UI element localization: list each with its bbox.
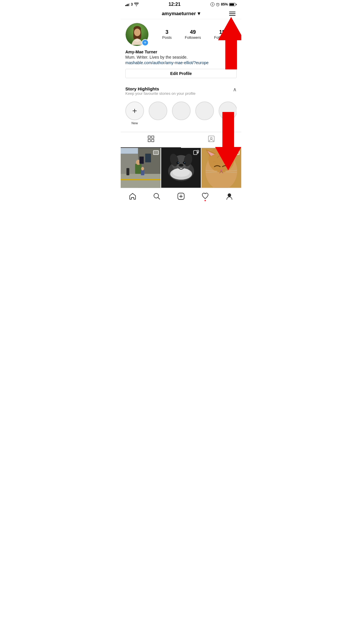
home-icon	[129, 192, 136, 200]
add-icon	[177, 192, 185, 200]
followers-stat[interactable]: 49 Followers	[185, 29, 201, 40]
svg-point-41	[179, 164, 183, 167]
grid-item-2[interactable]	[161, 148, 201, 188]
highlight-circle-3	[195, 102, 214, 120]
highlight-circle-4	[219, 102, 237, 120]
bottom-nav	[121, 188, 241, 205]
profile-icon	[226, 192, 233, 200]
highlight-slot-2	[172, 102, 191, 125]
wifi-icon	[134, 3, 139, 6]
username-area[interactable]: amymaeturner ▾	[162, 10, 200, 17]
svg-rect-18	[121, 174, 161, 188]
highlights-title: Story Highlights	[125, 86, 196, 91]
dropdown-icon: ▾	[198, 10, 200, 17]
profile-section: + 3 Posts 49 Followers 18 Following	[121, 19, 241, 86]
following-stat[interactable]: 18 Following	[214, 29, 230, 40]
followers-count: 49	[190, 29, 196, 35]
photo-grid	[121, 148, 241, 188]
tab-grid[interactable]	[121, 132, 181, 148]
menu-button[interactable]	[228, 10, 237, 17]
highlight-circle-1	[149, 102, 167, 120]
highlight-slot-4	[219, 102, 237, 125]
grid-item-3[interactable]	[201, 148, 241, 188]
svg-rect-19	[121, 179, 161, 180]
highlights-title-wrap: Story Highlights Keep your favourite sto…	[125, 86, 196, 100]
posts-label: Posts	[162, 35, 172, 40]
svg-rect-9	[152, 136, 154, 138]
nav-add-button[interactable]	[175, 191, 187, 201]
svg-point-23	[141, 167, 144, 170]
status-right: 85%	[210, 2, 237, 6]
stats-row: 3 Posts 49 Followers 18 Following	[156, 29, 237, 40]
svg-rect-59	[234, 150, 239, 155]
grid-icon	[148, 136, 154, 144]
posts-count: 3	[166, 29, 168, 35]
posts-stat[interactable]: 3 Posts	[162, 29, 172, 40]
nav-activity-button[interactable]	[199, 191, 211, 202]
svg-point-38	[178, 162, 179, 163]
bio-link[interactable]: mashable.com/author/amy-mae-elliot/?euro…	[125, 60, 209, 65]
svg-point-62	[228, 194, 231, 197]
highlights-header: Story Highlights Keep your favourite sto…	[125, 86, 237, 100]
svg-rect-44	[194, 150, 197, 155]
following-label: Following	[214, 35, 230, 40]
chevron-up-icon[interactable]: ∧	[233, 86, 237, 93]
nav-home-button[interactable]	[126, 191, 139, 201]
followers-label: Followers	[185, 35, 201, 40]
svg-rect-11	[152, 139, 154, 142]
grid-item-1[interactable]	[121, 148, 161, 188]
status-left: 3	[125, 2, 139, 6]
add-story-button[interactable]: +	[142, 39, 149, 46]
highlights-section: Story Highlights Keep your favourite sto…	[121, 86, 241, 132]
svg-rect-25	[139, 157, 144, 164]
profile-header: + 3 Posts 49 Followers 18 Following	[125, 23, 237, 46]
photo-1-badge	[153, 150, 159, 156]
battery-label: 85%	[221, 2, 228, 6]
photo-grid-section	[121, 148, 241, 188]
avatar-wrap: +	[125, 23, 149, 46]
display-name: Amy-Mae Turner	[125, 50, 237, 54]
photo-3-badge	[234, 150, 240, 156]
bio-text: Mum. Writer. Lives by the seaside.	[125, 55, 237, 60]
nav-search-button[interactable]	[151, 191, 163, 201]
carrier-label: 3	[131, 2, 133, 6]
svg-rect-10	[148, 139, 150, 142]
new-highlight-circle: +	[125, 102, 144, 120]
svg-point-13	[210, 137, 212, 139]
bio-section: Amy-Mae Turner Mum. Writer. Lives by the…	[125, 50, 237, 65]
portrait-icon	[210, 2, 215, 6]
highlights-subtitle: Keep your favourite stories on your prof…	[125, 91, 196, 96]
nav-profile-button[interactable]	[223, 191, 236, 201]
highlight-circle-2	[172, 102, 191, 120]
svg-rect-28	[153, 150, 159, 155]
signal-icon	[125, 3, 130, 6]
hamburger-icon	[229, 12, 236, 16]
following-count: 18	[219, 29, 225, 35]
status-bar: 3 12:21 85%	[121, 0, 241, 8]
tab-tagged[interactable]	[181, 132, 241, 148]
svg-rect-8	[148, 136, 150, 138]
svg-point-39	[184, 162, 185, 163]
alarm-icon	[216, 2, 220, 6]
svg-point-7	[134, 29, 140, 36]
highlight-slot-1	[149, 102, 167, 125]
new-highlight-button[interactable]: + New	[125, 102, 144, 125]
tabs-bar	[121, 132, 241, 148]
svg-point-45	[197, 150, 199, 152]
photo-2-badge	[193, 150, 199, 156]
tagged-icon	[208, 136, 215, 144]
edit-profile-button[interactable]: Edit Profile	[125, 69, 237, 78]
highlight-slot-3	[195, 102, 214, 125]
app-container: 3 12:21 85%	[121, 0, 241, 205]
highlights-row: + New	[125, 102, 237, 127]
svg-rect-20	[135, 164, 142, 174]
battery-icon	[229, 3, 237, 6]
username-text: amymaeturner	[162, 11, 196, 17]
top-nav: amymaeturner ▾	[121, 8, 241, 19]
svg-rect-26	[145, 154, 151, 162]
status-time: 12:21	[168, 2, 180, 7]
heart-icon	[201, 192, 209, 200]
heart-dot-container	[201, 192, 209, 201]
svg-rect-24	[126, 168, 129, 175]
new-highlight-label: New	[131, 121, 138, 125]
